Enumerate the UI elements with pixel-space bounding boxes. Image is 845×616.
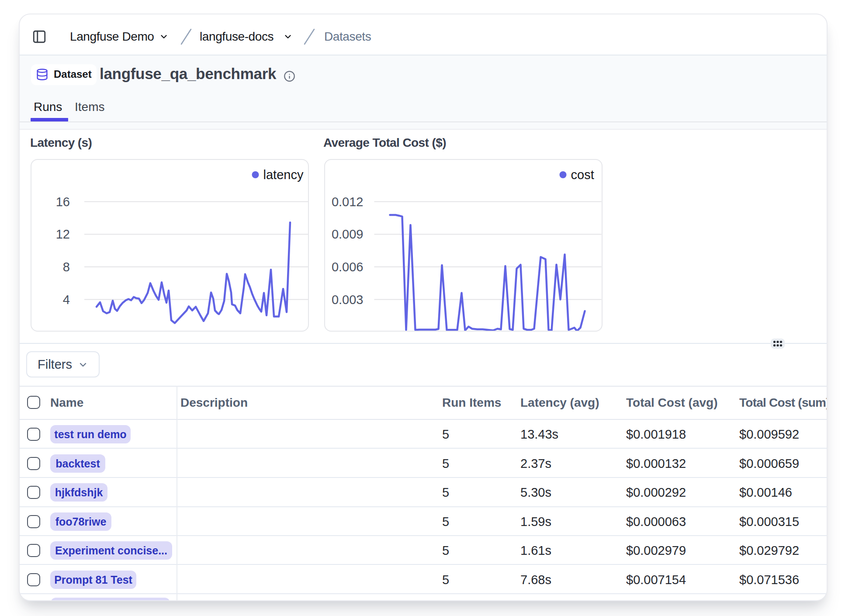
svg-text:8: 8 (63, 260, 70, 273)
svg-text:12: 12 (56, 227, 70, 241)
svg-text:4: 4 (63, 292, 70, 306)
svg-text:0.003: 0.003 (331, 292, 363, 306)
svg-text:0.006: 0.006 (331, 260, 363, 273)
svg-text:16: 16 (56, 194, 70, 208)
svg-text:0.009: 0.009 (331, 227, 363, 241)
svg-text:cost: cost (571, 168, 594, 182)
svg-text:0.012: 0.012 (331, 194, 363, 208)
svg-text:latency: latency (263, 168, 304, 182)
